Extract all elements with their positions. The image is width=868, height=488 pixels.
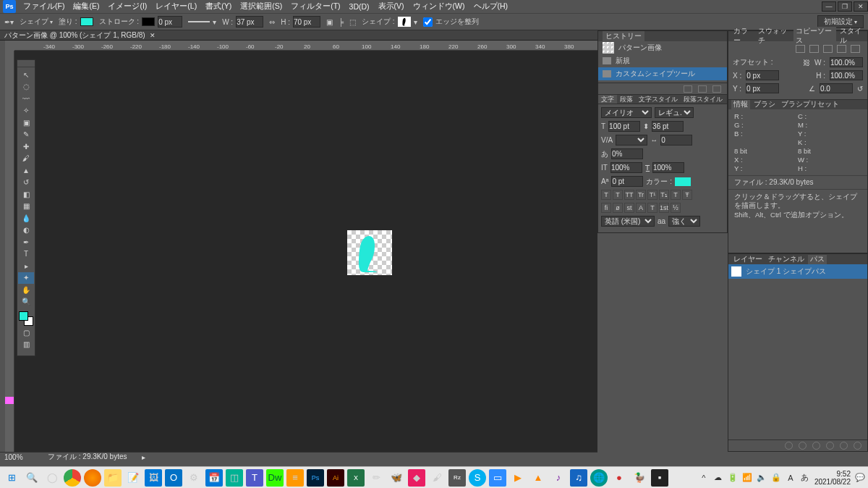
stroke-swatch[interactable] (142, 17, 155, 26)
taskview-button[interactable]: ◯ (43, 469, 61, 487)
pen-tool[interactable]: ✒ (18, 236, 34, 248)
screenmode-toggle[interactable]: ▥ (18, 339, 34, 351)
tab-info[interactable]: 情報 (731, 100, 750, 109)
teams-icon[interactable]: T (246, 469, 263, 487)
menu-type[interactable]: 書式(Y) (201, 0, 236, 13)
tray-ime-a-icon[interactable]: A (786, 473, 796, 483)
maximize-button[interactable]: ❐ (838, 1, 852, 12)
pen-app-icon[interactable]: ✏ (367, 469, 385, 487)
path-item[interactable]: シェイプ 1 シェイプパス (728, 264, 867, 279)
color-swatches[interactable] (18, 311, 34, 327)
arrange-icon[interactable]: ⬚ (349, 18, 356, 26)
marquee-tool[interactable]: ◌ (18, 81, 34, 93)
selection-path-icon[interactable] (812, 442, 820, 450)
illustrator-icon[interactable]: Ai (327, 469, 344, 487)
height-input[interactable] (293, 16, 320, 28)
flame-icon[interactable]: ♪ (550, 469, 567, 487)
strike-button[interactable]: Ŧ (682, 190, 692, 200)
stroke-path-icon[interactable] (799, 442, 807, 450)
hand-tool[interactable]: ✋ (18, 284, 34, 296)
stroke-width-input[interactable] (158, 16, 182, 28)
type-tool[interactable]: T (18, 248, 34, 261)
tray-wifi-icon[interactable]: 📶 (742, 473, 752, 483)
history-step-0[interactable]: 新規 (598, 54, 727, 67)
taskbar-clock[interactable]: 9:52 2021/08/22 (814, 470, 851, 486)
fill-path-icon[interactable] (785, 442, 793, 450)
hscale-input[interactable] (652, 162, 684, 173)
dodge-tool[interactable]: ◐ (18, 224, 34, 237)
stamp-tool[interactable]: ▲ (18, 164, 34, 177)
tab-brushpreset[interactable]: ブラシプリセット (779, 100, 841, 109)
menu-select[interactable]: 選択範囲(S) (236, 0, 286, 13)
path-ops-icon[interactable]: ▣ (326, 18, 333, 26)
tab-paths[interactable]: パス (808, 255, 827, 264)
outlook-icon[interactable]: O (165, 469, 182, 487)
allcaps-button[interactable]: TT (624, 190, 634, 200)
quickmask-indicator[interactable] (5, 397, 14, 404)
menu-3d[interactable]: 3D(D) (345, 1, 374, 12)
picker-icon[interactable]: ◫ (226, 469, 243, 487)
brush-tool[interactable]: 🖌 (18, 153, 34, 165)
lang-select[interactable]: 英語 (米国) (601, 216, 655, 227)
canvas[interactable] (14, 51, 597, 456)
trash-icon[interactable] (712, 85, 721, 93)
gradient-tool[interactable]: ▦ (18, 201, 34, 213)
reset-icon[interactable]: ↺ (857, 85, 863, 93)
duck-icon[interactable]: 🦆 (631, 469, 648, 487)
faux-italic-button[interactable]: T (613, 190, 623, 200)
status-caret-icon[interactable]: ▸ (142, 453, 145, 461)
shape-preview[interactable] (398, 17, 411, 27)
butterfly-icon[interactable]: 🦋 (388, 469, 405, 487)
zoom-tool[interactable]: 🔍 (18, 296, 34, 308)
minimize-button[interactable]: — (822, 1, 836, 12)
subscript-button[interactable]: T₁ (659, 190, 669, 200)
char-tab-pstyle[interactable]: 段落スタイル (681, 95, 726, 104)
history-step-1[interactable]: カスタムシェイプツール (598, 67, 727, 80)
menu-view[interactable]: 表示(V) (374, 0, 409, 13)
menu-edit[interactable]: 編集(E) (69, 0, 103, 13)
vlc-icon[interactable]: ▲ (529, 469, 547, 487)
font-weight-select[interactable]: レギュ... (655, 107, 694, 118)
path-select-tool[interactable]: ▸ (18, 260, 34, 272)
faux-bold-button[interactable]: T (601, 190, 611, 200)
media-icon[interactable]: ▶ (509, 469, 527, 487)
tab-layers[interactable]: レイヤー (731, 255, 765, 264)
tray-volume-icon[interactable]: 🔈 (757, 473, 767, 483)
close-button[interactable]: ✕ (854, 1, 868, 12)
tracking-input[interactable] (660, 135, 692, 146)
menu-filter[interactable]: フィルター(T) (286, 0, 344, 13)
leading-input[interactable] (652, 121, 684, 132)
cs-x-input[interactable] (746, 70, 779, 80)
notepad-icon[interactable]: 📝 (124, 469, 142, 487)
sublime-icon[interactable]: ≡ (286, 469, 304, 487)
char-tab-para[interactable]: 段落 (617, 95, 636, 104)
mode-select[interactable]: シェイプ (20, 17, 53, 27)
quickmask-toggle[interactable]: ▢ (18, 327, 34, 339)
brush-app-icon[interactable]: 🖌 (428, 469, 446, 487)
menu-image[interactable]: イメージ(I) (103, 0, 151, 13)
wand-tool[interactable]: ✧ (18, 105, 34, 117)
link-icon[interactable]: ⛓ (803, 59, 810, 67)
menu-layer[interactable]: レイヤー(L) (151, 0, 201, 13)
delete-path-icon[interactable] (854, 442, 861, 450)
history-brush-tool[interactable]: ↺ (18, 177, 34, 189)
baseline-input[interactable] (611, 176, 643, 187)
kerning-select[interactable] (616, 135, 647, 146)
menu-window[interactable]: ウィンドウ(W) (409, 0, 469, 13)
mask-path-icon[interactable] (826, 442, 834, 450)
history-source[interactable]: パターン画像 (598, 41, 727, 54)
eraser-tool[interactable]: ◧ (18, 188, 34, 201)
skype-icon[interactable]: S (469, 469, 486, 487)
cs-angle-input[interactable] (820, 83, 853, 93)
custom-shape-tool[interactable]: ✦ (18, 272, 34, 285)
close-doc-icon[interactable]: ✕ (150, 32, 156, 39)
cs-w-input[interactable] (830, 57, 863, 67)
chrome-icon[interactable] (64, 469, 81, 487)
aa-select[interactable]: 強く (668, 216, 700, 227)
align-edges-check[interactable] (423, 17, 433, 27)
char-tab-char[interactable]: 文字 (598, 95, 617, 104)
search-button[interactable]: 🔍 (23, 469, 41, 487)
font-family-select[interactable]: メイリオ (601, 107, 652, 118)
cs-h-input[interactable] (830, 70, 863, 80)
recorder-icon[interactable]: Rz (448, 469, 466, 487)
